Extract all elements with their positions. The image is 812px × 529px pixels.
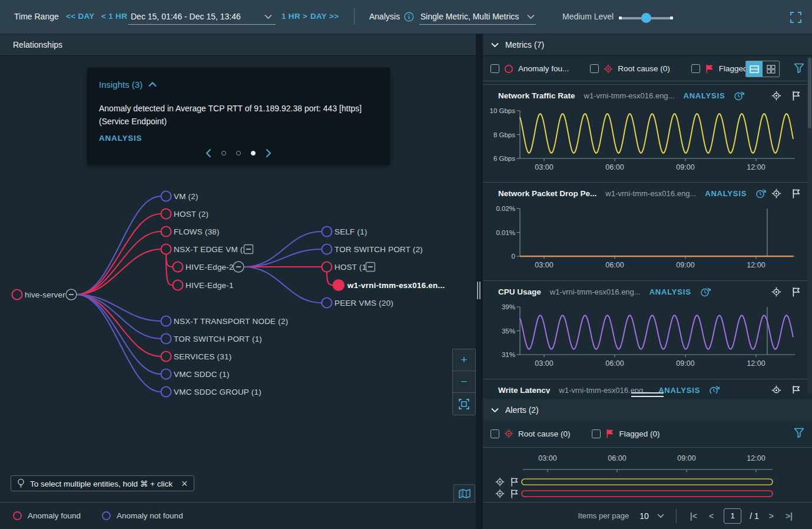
chevron-down-icon[interactable]	[491, 408, 499, 413]
locate-button[interactable]	[771, 91, 781, 101]
checkbox[interactable]	[691, 64, 700, 73]
zoom-in-button[interactable]: +	[453, 349, 475, 371]
time-compare-button[interactable]	[734, 91, 745, 101]
collapse-box-icon[interactable]	[244, 245, 253, 254]
tree-node-w1[interactable]: w1-vrni-tmm-esx016.en...	[333, 280, 445, 290]
prev-day-button[interactable]: << DAY	[66, 12, 95, 21]
checkbox[interactable]	[490, 429, 499, 438]
carousel-dot-1[interactable]	[221, 151, 226, 156]
tree-node-hedge2[interactable]: HIVE-Edge-2	[173, 262, 234, 272]
tree-node-circle[interactable]	[161, 387, 171, 397]
tree-node-circle[interactable]	[161, 316, 171, 326]
tree-node-tor1[interactable]: TOR SWITCH PORT (1)	[161, 334, 263, 344]
carousel-dot-2[interactable]	[236, 151, 241, 156]
panel-splitter[interactable]	[476, 34, 483, 529]
tree-node-circle[interactable]	[173, 262, 183, 272]
checkbox[interactable]	[592, 429, 601, 438]
insights-title[interactable]: Insights (3)	[99, 80, 378, 90]
list-view-button[interactable]	[746, 61, 763, 77]
time-range-dropdown[interactable]: Dec 15, 01:46 - Dec 15, 13:46	[128, 8, 276, 25]
last-page-button[interactable]: >|	[784, 511, 794, 521]
time-compare-button[interactable]	[700, 287, 711, 297]
chart-plot[interactable]: 39% 35% 31% 03:00 06:00 09:00 12:00	[483, 302, 812, 379]
tree-node-circle[interactable]	[12, 290, 22, 300]
level-slider[interactable]	[620, 17, 672, 19]
chart-analysis-link[interactable]: ANALYSIS	[649, 287, 691, 296]
fullscreen-icon[interactable]	[790, 12, 801, 23]
tree-node-circle[interactable]	[333, 280, 344, 290]
tree-node-flows[interactable]: FLOWS (38)	[161, 227, 220, 237]
chart-plot[interactable]: 10 Gbps 8 Gbps 6 Gbps 03:00 06:00 09:00 …	[483, 106, 812, 183]
tree-node-nsxtedge[interactable]: NSX-T EDGE VM (2)	[161, 244, 250, 254]
tree-node-circle[interactable]	[322, 227, 332, 237]
flag-button[interactable]	[791, 287, 801, 297]
chevron-down-icon[interactable]	[491, 42, 499, 48]
tree-node-circle[interactable]	[161, 209, 171, 219]
tree-node-circle[interactable]	[161, 191, 171, 201]
tree-node-circle[interactable]	[161, 244, 171, 254]
tree-node-circle[interactable]	[161, 227, 171, 237]
tree-node-circle[interactable]	[322, 244, 332, 254]
carousel-prev-icon[interactable]	[206, 148, 211, 158]
prev-hour-button[interactable]: < 1 HR	[101, 12, 127, 21]
chevron-down-icon[interactable]	[657, 514, 664, 518]
tree-node-tor2[interactable]: TOR SWITCH PORT (2)	[322, 244, 423, 254]
tree-node-host1[interactable]: HOST (1)	[322, 262, 370, 272]
tree-node-circle[interactable]	[161, 334, 171, 344]
tree-node-circle[interactable]	[322, 262, 332, 272]
flag-button[interactable]	[791, 189, 801, 199]
info-icon[interactable]	[404, 12, 414, 22]
locate-button[interactable]	[771, 385, 781, 394]
grid-view-button[interactable]	[763, 61, 779, 77]
flag-button[interactable]	[791, 385, 801, 394]
time-compare-button[interactable]	[709, 385, 720, 394]
checkbox[interactable]	[590, 64, 599, 73]
level-slider-knob[interactable]	[641, 13, 651, 23]
relationship-tree-canvas[interactable]: hive-serverVM (2)HOST (2)FLOWS (38)NSX-T…	[0, 56, 476, 502]
flag-button[interactable]	[791, 91, 801, 101]
alerts-filter-icon[interactable]	[793, 427, 805, 441]
chart-analysis-link[interactable]: ANALYSIS	[683, 91, 725, 100]
tree-node-root[interactable]: hive-server	[12, 290, 66, 300]
metrics-filter-icon[interactable]	[793, 62, 805, 77]
alert-root-cause-button[interactable]	[495, 489, 505, 501]
zoom-out-button[interactable]: −	[453, 371, 475, 393]
tree-node-vm[interactable]: VM (2)	[161, 191, 198, 201]
tree-node-circle[interactable]	[322, 298, 332, 308]
next-page-button[interactable]: >	[767, 511, 775, 521]
tree-node-circle[interactable]	[173, 280, 183, 290]
locate-button[interactable]	[771, 287, 781, 297]
carousel-dot-3[interactable]	[251, 151, 256, 156]
metrics-scrollbar[interactable]	[807, 57, 812, 394]
collapse-circle-icon[interactable]	[233, 262, 244, 272]
alert-span-bar[interactable]	[522, 479, 773, 485]
tree-node-vmcgroup[interactable]: VMC SDDC GROUP (1)	[161, 387, 261, 397]
close-icon[interactable]: ×	[181, 478, 188, 489]
tree-node-hedge1[interactable]: HIVE-Edge-1	[173, 280, 234, 290]
first-page-button[interactable]: |<	[688, 511, 699, 521]
chart-plot[interactable]: 0.02% 0.01% 0 03:00 06:00 09:00 12:00	[483, 204, 812, 280]
zoom-fit-button[interactable]	[453, 393, 475, 415]
tree-node-peer[interactable]: PEER VMS (20)	[322, 298, 394, 308]
chart-analysis-link[interactable]: ANALYSIS	[658, 386, 700, 394]
carousel-next-icon[interactable]	[266, 148, 271, 158]
alert-flag-button[interactable]	[510, 477, 519, 489]
chevron-up-icon[interactable]	[148, 82, 157, 87]
locate-button[interactable]	[771, 189, 781, 199]
items-per-page-value[interactable]: 10	[639, 511, 649, 521]
tree-node-self[interactable]: SELF (1)	[322, 227, 367, 237]
checkbox[interactable]	[490, 64, 499, 73]
tree-node-circle[interactable]	[161, 352, 171, 362]
tree-node-vmcsddc[interactable]: VMC SDDC (1)	[161, 369, 230, 379]
insight-analysis-link[interactable]: ANALYSIS	[99, 134, 378, 143]
tree-node-services[interactable]: SERVICES (31)	[161, 352, 232, 362]
next-hour-button[interactable]: 1 HR >	[281, 12, 307, 21]
alert-flag-button[interactable]	[510, 489, 519, 501]
collapse-circle-icon[interactable]	[66, 289, 77, 300]
section-resize-handle[interactable]	[631, 392, 664, 399]
prev-page-button[interactable]: <	[707, 511, 715, 521]
collapse-box-icon[interactable]	[366, 263, 375, 272]
alert-root-cause-button[interactable]	[495, 477, 505, 489]
tree-node-host2[interactable]: HOST (2)	[161, 209, 209, 219]
tree-node-circle[interactable]	[161, 369, 171, 379]
